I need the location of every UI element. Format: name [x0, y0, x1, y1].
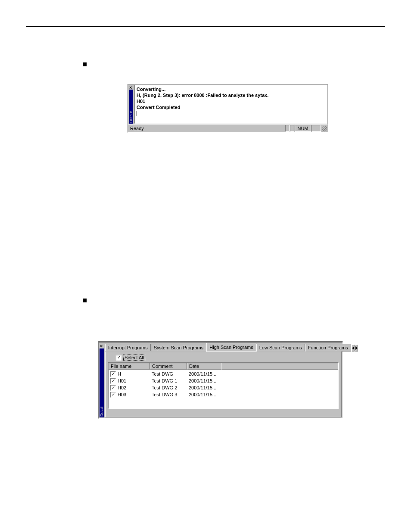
- console-line: Convert Completed: [137, 105, 180, 110]
- tab-body: ✓ Select All File name Comment Date ✓H T…: [105, 352, 342, 417]
- top-rule: [26, 26, 385, 27]
- status-cell: [285, 125, 290, 132]
- text-caret: [137, 111, 137, 116]
- status-bar: Ready NUM: [128, 124, 327, 132]
- column-header-spacer: [221, 363, 338, 370]
- row-checkbox[interactable]: ✓: [110, 371, 116, 377]
- file-listview[interactable]: File name Comment Date ✓H Test DWG 2000/…: [108, 362, 339, 409]
- row-checkbox[interactable]: ✓: [110, 392, 116, 398]
- status-cell: [311, 125, 321, 132]
- list-item[interactable]: ✓H02 Test DWG 2 2000/11/15...: [109, 384, 338, 391]
- cell-file: H02: [118, 385, 126, 390]
- cell-comment: Test DWG 1: [150, 378, 187, 383]
- console-output: Converting... H, (Rung 2, Step 3): error…: [134, 85, 327, 124]
- cell-file: H01: [118, 378, 126, 383]
- console-line: Converting...: [137, 87, 165, 92]
- resize-grip-icon[interactable]: [321, 125, 327, 132]
- close-icon[interactable]: ×: [100, 343, 103, 348]
- column-header-file[interactable]: File name: [109, 363, 150, 370]
- list-item[interactable]: ✓H01 Test DWG 1 2000/11/15...: [109, 377, 338, 384]
- listview-body: ✓H Test DWG 2000/11/15... ✓H01 Test DWG …: [109, 370, 338, 399]
- tab-strip: Interrupt Programs System Scan Programs …: [105, 343, 342, 352]
- console-line: H01: [137, 99, 145, 104]
- console-line: H, (Rung 2, Step 3): error 8000 :Failed …: [137, 93, 268, 98]
- panel-strip-label: Output: [129, 111, 134, 123]
- cell-date: 2000/11/15...: [187, 371, 221, 376]
- row-checkbox[interactable]: ✓: [110, 378, 116, 384]
- cell-comment: Test DWG 3: [150, 392, 187, 397]
- cell-date: 2000/11/15...: [187, 385, 221, 390]
- tab-scroll-left-button[interactable]: [352, 345, 355, 352]
- tab-low-scan-programs[interactable]: Low Scan Programs: [256, 344, 305, 352]
- status-num: NUM: [295, 125, 311, 132]
- list-item[interactable]: ✓H03 Test DWG 3 2000/11/15...: [109, 391, 338, 398]
- output-panel: × Output Converting... H, (Rung 2, Step …: [128, 84, 328, 133]
- tab-high-scan-programs[interactable]: High Scan Programs: [206, 343, 256, 352]
- select-all-checkbox[interactable]: ✓: [116, 355, 121, 361]
- tab-function-programs[interactable]: Function Programs: [305, 344, 351, 352]
- panel-top-accent: [99, 342, 342, 342]
- detail-panel: × Detail Interrupt Programs System Scan …: [98, 341, 343, 419]
- cell-file: H03: [118, 392, 126, 397]
- section-bullet: [83, 299, 87, 302]
- status-cell: [290, 125, 294, 132]
- panel-strip-label: Detail: [100, 407, 104, 417]
- tab-scroll-right-button[interactable]: [355, 345, 358, 352]
- section-bullet: [83, 62, 87, 66]
- cell-comment: Test DWG: [150, 371, 187, 376]
- cell-comment: Test DWG 2: [150, 385, 187, 390]
- cell-file: H: [118, 371, 121, 376]
- listview-header: File name Comment Date: [109, 363, 338, 370]
- column-header-date[interactable]: Date: [187, 363, 221, 370]
- tab-system-scan-programs[interactable]: System Scan Programs: [151, 344, 207, 352]
- status-text: Ready: [128, 126, 285, 131]
- cell-date: 2000/11/15...: [187, 392, 221, 397]
- cell-date: 2000/11/15...: [187, 378, 221, 383]
- column-header-comment[interactable]: Comment: [150, 363, 187, 370]
- tab-interrupt-programs[interactable]: Interrupt Programs: [105, 344, 151, 352]
- select-all-row: ✓ Select All: [108, 355, 339, 361]
- select-all-label[interactable]: Select All: [123, 355, 145, 361]
- row-checkbox[interactable]: ✓: [110, 385, 116, 391]
- list-item[interactable]: ✓H Test DWG 2000/11/15...: [109, 370, 338, 377]
- chevron-right-icon: [355, 346, 358, 350]
- chevron-left-icon: [352, 346, 354, 350]
